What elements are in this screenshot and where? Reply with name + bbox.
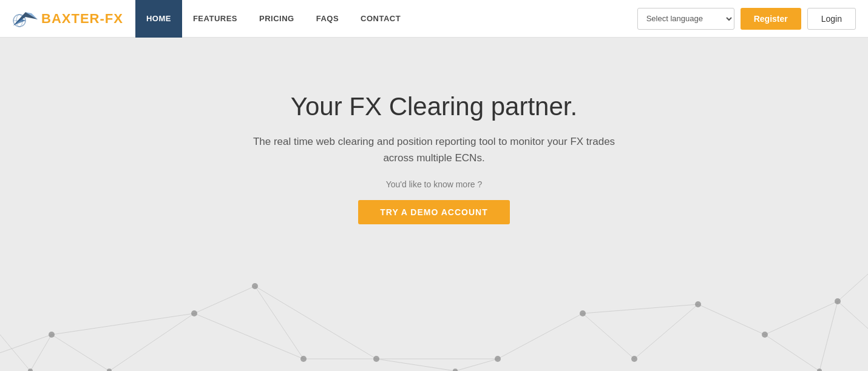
- svg-point-32: [252, 283, 258, 289]
- svg-point-30: [49, 332, 55, 338]
- svg-line-19: [583, 304, 698, 313]
- svg-line-7: [52, 335, 109, 371]
- svg-line-26: [838, 274, 868, 301]
- svg-point-44: [817, 369, 822, 371]
- hero-subtitle: The real time web clearing and position …: [252, 133, 616, 166]
- svg-line-25: [838, 301, 868, 329]
- svg-point-43: [835, 298, 841, 304]
- nav-right: Select language Register Login: [637, 8, 856, 30]
- svg-line-11: [194, 286, 255, 313]
- svg-line-28: [455, 359, 498, 371]
- svg-point-34: [373, 356, 379, 362]
- svg-point-37: [453, 369, 458, 371]
- svg-point-33: [300, 356, 307, 362]
- svg-line-16: [0, 335, 52, 353]
- svg-point-41: [695, 301, 701, 307]
- logo-text: BAXTER-FX: [41, 11, 123, 27]
- svg-point-39: [580, 310, 586, 316]
- svg-line-18: [583, 313, 634, 359]
- svg-point-40: [631, 356, 637, 362]
- svg-line-24: [765, 335, 819, 371]
- svg-line-17: [0, 335, 30, 371]
- svg-point-38: [495, 356, 501, 362]
- svg-line-15: [376, 359, 455, 371]
- nav-item-pricing[interactable]: PRICING: [248, 0, 305, 38]
- hero-title: Your FX Clearing partner.: [291, 92, 577, 121]
- svg-line-10: [109, 313, 194, 371]
- svg-point-35: [107, 369, 112, 371]
- main-nav: HOME FEATURES PRICING FAQS CONTACT: [135, 0, 637, 38]
- hero-question: You'd like to know more ?: [386, 179, 483, 189]
- login-button[interactable]: Login: [807, 8, 856, 30]
- svg-line-20: [498, 313, 583, 359]
- svg-line-22: [634, 304, 698, 359]
- svg-line-13: [255, 286, 303, 359]
- svg-line-9: [194, 313, 303, 359]
- svg-line-21: [698, 304, 765, 335]
- svg-point-31: [191, 310, 197, 316]
- hero-section: Your FX Clearing partner. The real time …: [0, 38, 868, 371]
- register-button[interactable]: Register: [741, 8, 801, 30]
- svg-line-8: [30, 335, 52, 371]
- svg-line-12: [255, 286, 376, 359]
- svg-line-27: [819, 301, 838, 371]
- svg-line-23: [765, 301, 838, 335]
- nav-item-contact[interactable]: CONTACT: [350, 0, 412, 38]
- nav-item-home[interactable]: HOME: [135, 0, 182, 38]
- network-background: [0, 213, 868, 371]
- nav-item-features[interactable]: FEATURES: [182, 0, 248, 38]
- nav-item-faqs[interactable]: FAQS: [305, 0, 350, 38]
- svg-line-6: [52, 313, 194, 335]
- logo: BAXTER-FX: [12, 7, 123, 30]
- svg-point-42: [762, 332, 768, 338]
- navbar: BAXTER-FX HOME FEATURES PRICING FAQS CON…: [0, 0, 868, 38]
- demo-account-button[interactable]: TRY A DEMO ACCOUNT: [358, 200, 509, 224]
- logo-icon: [12, 7, 39, 30]
- language-selector[interactable]: Select language: [637, 8, 734, 30]
- svg-point-36: [28, 369, 33, 371]
